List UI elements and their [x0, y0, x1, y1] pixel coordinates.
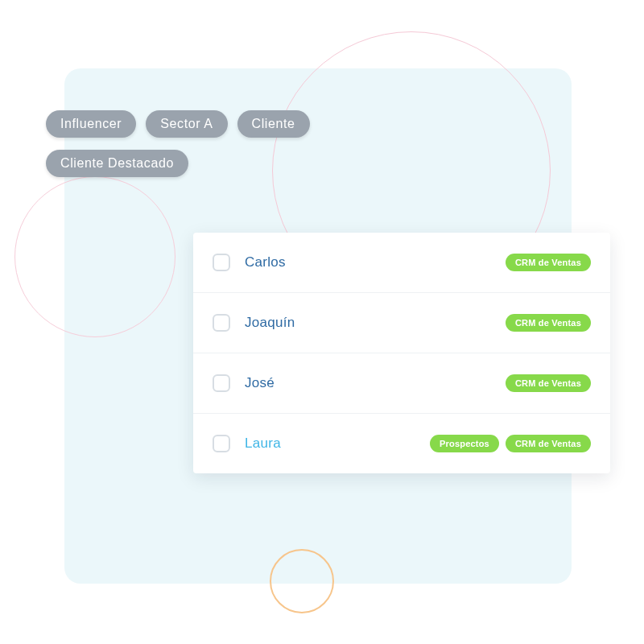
- filter-tags-row-2: Cliente Destacado: [46, 150, 188, 177]
- category-pill[interactable]: Prospectos: [430, 435, 499, 452]
- checkbox[interactable]: [213, 314, 230, 332]
- filter-tag[interactable]: Cliente: [237, 110, 310, 138]
- contact-name[interactable]: Carlos: [245, 254, 374, 270]
- checkbox[interactable]: [213, 435, 230, 452]
- contacts-list: Carlos CRM de Ventas Joaquín CRM de Vent…: [193, 233, 610, 473]
- list-item: Carlos CRM de Ventas: [193, 233, 610, 293]
- filter-tag[interactable]: Sector A: [146, 110, 227, 138]
- checkbox[interactable]: [213, 254, 230, 271]
- list-item: Laura Prospectos CRM de Ventas: [193, 414, 610, 473]
- category-pill[interactable]: CRM de Ventas: [506, 374, 591, 392]
- contact-name[interactable]: Laura: [245, 436, 374, 452]
- pill-wrap: CRM de Ventas: [506, 374, 591, 392]
- contact-name[interactable]: Joaquín: [245, 315, 374, 331]
- decorative-circle-orange: [270, 549, 334, 613]
- contact-name[interactable]: José: [245, 375, 374, 391]
- filter-tag[interactable]: Influencer: [46, 110, 136, 138]
- category-pill[interactable]: CRM de Ventas: [506, 254, 591, 271]
- filter-tags-row-1: Influencer Sector A Cliente: [46, 110, 310, 138]
- category-pill[interactable]: CRM de Ventas: [506, 435, 591, 452]
- filter-tag[interactable]: Cliente Destacado: [46, 150, 188, 177]
- pill-wrap: CRM de Ventas: [506, 254, 591, 271]
- category-pill[interactable]: CRM de Ventas: [506, 314, 591, 332]
- list-item: José CRM de Ventas: [193, 353, 610, 414]
- pill-wrap: CRM de Ventas: [506, 314, 591, 332]
- checkbox[interactable]: [213, 374, 230, 392]
- decorative-circle-small: [14, 176, 175, 337]
- stage: Influencer Sector A Cliente Cliente Dest…: [0, 0, 644, 644]
- list-item: Joaquín CRM de Ventas: [193, 293, 610, 353]
- pill-wrap: Prospectos CRM de Ventas: [430, 435, 591, 452]
